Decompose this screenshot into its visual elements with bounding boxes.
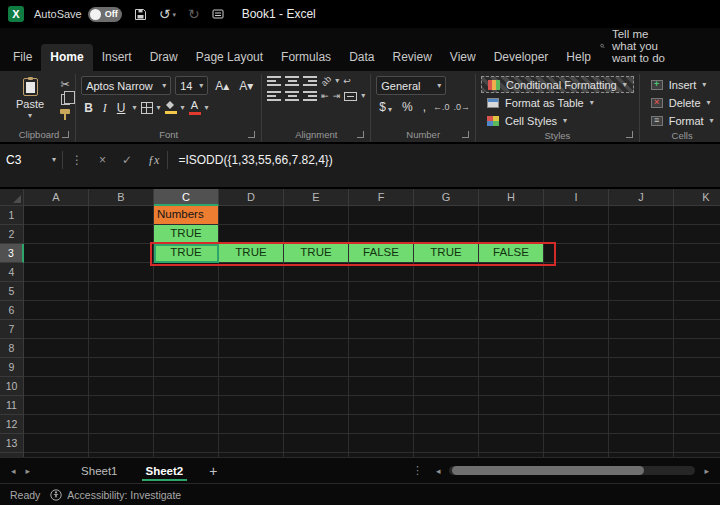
- tab-review[interactable]: Review: [383, 44, 440, 71]
- cell-F12[interactable]: [349, 415, 414, 434]
- cell-I13[interactable]: [544, 434, 609, 453]
- cell-E13[interactable]: [284, 434, 349, 453]
- cell-B4[interactable]: [89, 263, 154, 282]
- cell-B11[interactable]: [89, 396, 154, 415]
- align-right-icon[interactable]: [303, 91, 317, 101]
- cell-C10[interactable]: [154, 377, 219, 396]
- row-header-4[interactable]: 4: [0, 263, 24, 282]
- cell-G12[interactable]: [414, 415, 479, 434]
- save-icon[interactable]: [134, 8, 147, 21]
- cell-I4[interactable]: [544, 263, 609, 282]
- dialog-launcher-icon[interactable]: [462, 131, 469, 138]
- cell-B8[interactable]: [89, 339, 154, 358]
- cell-G7[interactable]: [414, 320, 479, 339]
- cell-B13[interactable]: [89, 434, 154, 453]
- cell-D5[interactable]: [219, 282, 284, 301]
- cell-A8[interactable]: [24, 339, 89, 358]
- row-header-13[interactable]: 13: [0, 434, 24, 453]
- cell-C1[interactable]: Numbers: [154, 206, 219, 225]
- cell-C6[interactable]: [154, 301, 219, 320]
- add-sheet-icon[interactable]: +: [197, 463, 229, 479]
- cell-H10[interactable]: [479, 377, 544, 396]
- cell-F7[interactable]: [349, 320, 414, 339]
- decrease-indent-icon[interactable]: ⇤: [321, 91, 329, 101]
- cell-J7[interactable]: [609, 320, 674, 339]
- cell-J13[interactable]: [609, 434, 674, 453]
- cell-H14[interactable]: [479, 453, 544, 457]
- cell-K14[interactable]: [674, 453, 720, 457]
- cell-I9[interactable]: [544, 358, 609, 377]
- dialog-launcher-icon[interactable]: [357, 131, 364, 138]
- cell-I14[interactable]: [544, 453, 609, 457]
- cell-A1[interactable]: [24, 206, 89, 225]
- spreadsheet-grid[interactable]: ABCDEFGHIJK1Numbers2TRUE3TRUETRUETRUEFAL…: [0, 189, 720, 457]
- cell-A6[interactable]: [24, 301, 89, 320]
- undo-button[interactable]: ↺▾: [159, 7, 176, 21]
- font-size-combo[interactable]: 14▾: [175, 76, 208, 95]
- cell-E3[interactable]: TRUE: [284, 244, 349, 263]
- cell-K11[interactable]: [674, 396, 720, 415]
- borders-icon[interactable]: [141, 102, 153, 114]
- excel-app-icon[interactable]: X: [8, 6, 24, 22]
- cell-D10[interactable]: [219, 377, 284, 396]
- cell-F8[interactable]: [349, 339, 414, 358]
- row-header-9[interactable]: 9: [0, 358, 24, 377]
- cell-A3[interactable]: [24, 244, 89, 263]
- cell-F14[interactable]: [349, 453, 414, 457]
- cell-C12[interactable]: [154, 415, 219, 434]
- align-top-icon[interactable]: [267, 76, 281, 86]
- sheet-nav-right-icon[interactable]: ▸: [21, 466, 36, 476]
- wrap-text-icon[interactable]: ↩: [343, 76, 351, 86]
- cell-J6[interactable]: [609, 301, 674, 320]
- cell-C3[interactable]: TRUE: [154, 244, 219, 263]
- row-header-12[interactable]: 12: [0, 415, 24, 434]
- cell-D9[interactable]: [219, 358, 284, 377]
- cell-F4[interactable]: [349, 263, 414, 282]
- cell-J4[interactable]: [609, 263, 674, 282]
- cell-A5[interactable]: [24, 282, 89, 301]
- cell-G8[interactable]: [414, 339, 479, 358]
- cell-E11[interactable]: [284, 396, 349, 415]
- accessibility-checker[interactable]: Accessibility: Investigate: [50, 489, 181, 501]
- cell-J14[interactable]: [609, 453, 674, 457]
- insert-cells-button[interactable]: + Insert ▾: [645, 76, 720, 93]
- row-header-8[interactable]: 8: [0, 339, 24, 358]
- sheet-tab-sheet2[interactable]: Sheet2: [132, 458, 198, 483]
- cell-I7[interactable]: [544, 320, 609, 339]
- row-header-1[interactable]: 1: [0, 206, 24, 225]
- cell-I8[interactable]: [544, 339, 609, 358]
- conditional-formatting-button[interactable]: Conditional Formatting ▾: [481, 76, 634, 93]
- copy-icon[interactable]: [61, 94, 70, 105]
- cell-B9[interactable]: [89, 358, 154, 377]
- hscroll-right-icon[interactable]: ▸: [699, 466, 714, 476]
- cell-I1[interactable]: [544, 206, 609, 225]
- cell-A14[interactable]: [24, 453, 89, 457]
- cell-A11[interactable]: [24, 396, 89, 415]
- cell-G5[interactable]: [414, 282, 479, 301]
- dialog-launcher-icon[interactable]: [626, 131, 633, 138]
- font-name-combo[interactable]: Aptos Narrow▾: [81, 76, 171, 95]
- row-header-6[interactable]: 6: [0, 301, 24, 320]
- cell-D12[interactable]: [219, 415, 284, 434]
- underline-dropdown-icon[interactable]: ▾: [132, 104, 136, 112]
- column-header-F[interactable]: F: [349, 189, 414, 206]
- cell-B2[interactable]: [89, 225, 154, 244]
- formula-bar-options-icon[interactable]: ⋮: [63, 154, 91, 166]
- column-header-J[interactable]: J: [609, 189, 674, 206]
- cell-D11[interactable]: [219, 396, 284, 415]
- bold-button[interactable]: B: [81, 101, 96, 115]
- scrollbar-thumb[interactable]: [452, 466, 644, 475]
- formula-input[interactable]: =ISODD({1,33,55,66,7.82,4}): [178, 153, 332, 167]
- cell-K5[interactable]: [674, 282, 720, 301]
- cell-H5[interactable]: [479, 282, 544, 301]
- increase-decimal-icon[interactable]: ←.0: [433, 102, 450, 112]
- cell-C8[interactable]: [154, 339, 219, 358]
- cell-K6[interactable]: [674, 301, 720, 320]
- tab-home[interactable]: Home: [41, 44, 92, 71]
- cell-B1[interactable]: [89, 206, 154, 225]
- cell-J11[interactable]: [609, 396, 674, 415]
- cell-H2[interactable]: [479, 225, 544, 244]
- row-header-11[interactable]: 11: [0, 396, 24, 415]
- row-header-3[interactable]: 3: [0, 244, 24, 263]
- cell-B6[interactable]: [89, 301, 154, 320]
